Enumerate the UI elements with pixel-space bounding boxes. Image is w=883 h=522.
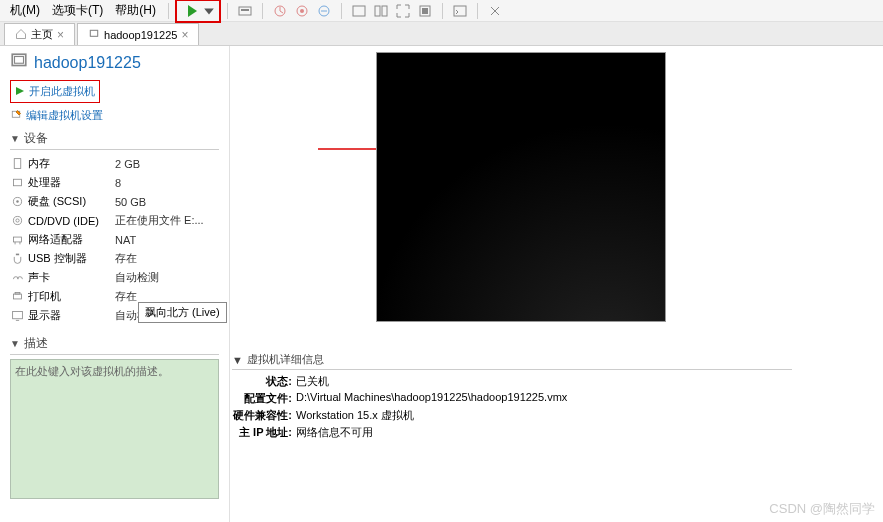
tooltip-text: 飘向北方 (Live)	[145, 306, 220, 318]
edit-settings-link[interactable]: 编辑虚拟机设置	[10, 107, 219, 124]
device-label-text: 硬盘 (SCSI)	[28, 194, 86, 209]
collapse-icon: ▼	[232, 354, 243, 366]
separator	[442, 3, 443, 19]
svg-point-25	[15, 219, 18, 222]
device-row[interactable]: CD/DVD (IDE)正在使用文件 E:...	[10, 211, 219, 230]
tab-home-label: 主页	[31, 27, 53, 42]
svg-rect-29	[15, 254, 18, 256]
device-row[interactable]: USB 控制器存在	[10, 249, 219, 268]
snapshot-icon[interactable]	[269, 1, 291, 21]
device-row[interactable]: 硬盘 (SCSI)50 GB	[10, 192, 219, 211]
tab-vm[interactable]: hadoop191225 ×	[77, 23, 199, 45]
vm-screen-preview[interactable]	[376, 52, 666, 322]
details-row: 状态:已关机	[232, 373, 792, 390]
svg-marker-0	[188, 5, 197, 17]
device-icon	[10, 157, 24, 171]
vm-title-text: hadoop191225	[34, 54, 141, 72]
description-placeholder: 在此处键入对该虚拟机的描述。	[15, 365, 169, 377]
vm-title-icon	[10, 52, 28, 74]
device-icon	[10, 195, 24, 209]
stretch-icon[interactable]	[484, 1, 506, 21]
content-area: hadoop191225 开启此虚拟机 编辑虚拟机设置 ▼ 设备 内存2 GB处…	[0, 46, 883, 522]
separator	[227, 3, 228, 19]
collapse-icon: ▼	[10, 133, 20, 144]
svg-rect-17	[15, 57, 24, 64]
svg-rect-21	[13, 179, 21, 186]
snapshot-revert-icon[interactable]	[313, 1, 335, 21]
device-value: 存在	[115, 251, 137, 266]
svg-point-24	[13, 216, 21, 224]
vm-details: ▼ 虚拟机详细信息 状态:已关机配置文件:D:\Virtual Machines…	[232, 352, 792, 441]
view-single-icon[interactable]	[348, 1, 370, 21]
close-icon[interactable]: ×	[57, 28, 64, 42]
device-icon	[10, 252, 24, 266]
power-on-link-highlight: 开启此虚拟机	[10, 80, 100, 103]
fullscreen-icon[interactable]	[392, 1, 414, 21]
svg-marker-1	[204, 8, 214, 14]
device-value: 自动检测	[115, 270, 159, 285]
edit-settings-label: 编辑虚拟机设置	[26, 108, 103, 123]
details-label: 配置文件:	[232, 391, 292, 406]
device-row[interactable]: 内存2 GB	[10, 154, 219, 173]
details-heading-text: 虚拟机详细信息	[247, 352, 324, 367]
power-dropdown[interactable]	[203, 1, 215, 21]
details-heading[interactable]: ▼ 虚拟机详细信息	[232, 352, 792, 370]
console-icon[interactable]	[449, 1, 471, 21]
home-icon	[15, 28, 27, 42]
device-icon	[10, 271, 24, 285]
device-value: 正在使用文件 E:...	[115, 213, 204, 228]
vm-title: hadoop191225	[10, 52, 219, 74]
close-icon[interactable]: ×	[181, 28, 188, 42]
device-label-text: USB 控制器	[28, 251, 87, 266]
svg-rect-31	[15, 292, 20, 294]
tab-home[interactable]: 主页 ×	[4, 23, 75, 45]
separator	[168, 3, 169, 19]
view-multi-icon[interactable]	[370, 1, 392, 21]
menubar: 机(M) 选项卡(T) 帮助(H)	[0, 0, 883, 22]
power-on-button[interactable]	[181, 1, 203, 21]
device-row[interactable]: 声卡自动检测	[10, 268, 219, 287]
svg-rect-30	[13, 294, 21, 299]
left-pane: hadoop191225 开启此虚拟机 编辑虚拟机设置 ▼ 设备 内存2 GB处…	[0, 46, 230, 522]
device-label-text: 打印机	[28, 289, 61, 304]
unity-icon[interactable]	[414, 1, 436, 21]
device-label-text: 显示器	[28, 308, 61, 323]
snapshot-manage-icon[interactable]	[291, 1, 313, 21]
details-row: 配置文件:D:\Virtual Machines\hadoop191225\ha…	[232, 390, 792, 407]
send-keys-icon[interactable]	[234, 1, 256, 21]
svg-marker-18	[16, 87, 24, 95]
details-label: 状态:	[232, 374, 292, 389]
details-label: 主 IP 地址:	[232, 425, 292, 440]
svg-rect-12	[422, 8, 428, 14]
device-label-text: 内存	[28, 156, 50, 171]
device-label-text: CD/DVD (IDE)	[28, 215, 99, 227]
menu-machine[interactable]: 机(M)	[4, 0, 46, 21]
svg-rect-32	[12, 311, 22, 318]
separator	[477, 3, 478, 19]
collapse-icon: ▼	[10, 338, 20, 349]
svg-rect-8	[353, 6, 365, 16]
svg-rect-13	[454, 6, 466, 16]
device-icon	[10, 214, 24, 228]
menu-help[interactable]: 帮助(H)	[109, 0, 162, 21]
right-pane: 开启虚拟机 ▼ 虚拟机详细信息 状态:已关机配置文件:D:\Virtual Ma…	[230, 46, 883, 522]
menu-tabs[interactable]: 选项卡(T)	[46, 0, 109, 21]
device-icon	[10, 176, 24, 190]
power-on-label: 开启此虚拟机	[29, 84, 95, 99]
separator	[262, 3, 263, 19]
desc-heading[interactable]: ▼ 描述	[10, 335, 219, 355]
device-row[interactable]: 网络适配器NAT	[10, 230, 219, 249]
device-row[interactable]: 处理器8	[10, 173, 219, 192]
tooltip: 飘向北方 (Live)	[138, 302, 227, 323]
edit-icon	[10, 109, 22, 123]
svg-rect-3	[241, 9, 249, 11]
details-value: 已关机	[296, 374, 329, 389]
device-label-text: 处理器	[28, 175, 61, 190]
description-box[interactable]: 在此处键入对该虚拟机的描述。	[10, 359, 219, 499]
svg-rect-26	[13, 237, 21, 242]
svg-rect-20	[14, 159, 21, 169]
device-icon	[10, 290, 24, 304]
power-on-link[interactable]: 开启此虚拟机	[15, 83, 95, 100]
details-row: 硬件兼容性:Workstation 15.x 虚拟机	[232, 407, 792, 424]
devices-heading[interactable]: ▼ 设备	[10, 130, 219, 150]
